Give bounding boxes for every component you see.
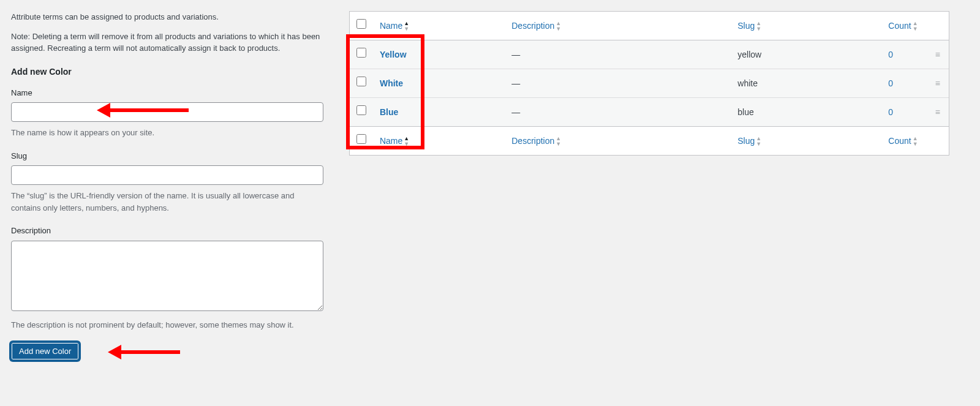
- row-checkbox[interactable]: [356, 77, 366, 86]
- description-textarea[interactable]: [11, 241, 323, 311]
- drag-handle-icon[interactable]: ≡: [935, 78, 940, 88]
- col-header-description-bottom[interactable]: Description▲▼: [511, 136, 561, 146]
- col-header-slug-bottom[interactable]: Slug▲▼: [737, 136, 761, 146]
- description-field-wrap: Description The description is not promi…: [11, 225, 323, 331]
- table-row: White — white 0 ≡: [350, 69, 949, 97]
- sort-icon: ▲▼: [756, 21, 761, 32]
- term-slug: yellow: [731, 40, 882, 69]
- table-row: Yellow — yellow 0 ≡: [350, 40, 949, 69]
- term-name-link[interactable]: Yellow: [380, 50, 407, 59]
- terms-table-panel: Name▲▼ Description▲▼ Slug▲▼ Count▲▼ Yell…: [349, 11, 980, 156]
- sort-icon: ▲▼: [756, 136, 761, 147]
- drag-handle-icon[interactable]: ≡: [935, 107, 940, 117]
- col-header-name-top[interactable]: Name▲▼: [380, 21, 409, 31]
- sort-icon: ▲▼: [404, 136, 409, 147]
- term-count-link[interactable]: 0: [888, 50, 893, 59]
- name-field-wrap: Name The name is how it appears on your …: [11, 87, 323, 139]
- select-all-top-checkbox[interactable]: [356, 19, 366, 29]
- sort-icon: ▲▼: [913, 21, 918, 32]
- term-slug: white: [731, 69, 882, 97]
- sort-icon: ▲▼: [913, 136, 918, 147]
- term-name-link[interactable]: White: [380, 78, 403, 88]
- term-name-link[interactable]: Blue: [380, 107, 398, 117]
- slug-help: The “slug” is the URL-friendly version o…: [11, 190, 323, 214]
- row-checkbox[interactable]: [356, 105, 366, 115]
- name-label: Name: [11, 87, 323, 99]
- select-all-bottom-checkbox[interactable]: [356, 134, 366, 144]
- add-new-heading: Add new Color: [11, 66, 323, 78]
- add-new-color-button[interactable]: Add new Color: [11, 342, 79, 360]
- intro-text-2: Note: Deleting a term will remove it fro…: [11, 31, 323, 55]
- term-slug: blue: [731, 97, 882, 126]
- col-header-count-bottom[interactable]: Count▲▼: [888, 136, 918, 146]
- row-checkbox[interactable]: [356, 48, 366, 58]
- term-description: —: [505, 97, 731, 126]
- term-count-link[interactable]: 0: [888, 78, 893, 88]
- col-header-description-top[interactable]: Description▲▼: [511, 21, 561, 31]
- sort-icon: ▲▼: [556, 21, 561, 32]
- term-count-link[interactable]: 0: [888, 107, 893, 117]
- slug-input[interactable]: [11, 165, 323, 185]
- drag-handle-icon[interactable]: ≡: [935, 50, 940, 59]
- col-header-name-bottom[interactable]: Name▲▼: [380, 136, 409, 146]
- slug-field-wrap: Slug The “slug” is the URL-friendly vers…: [11, 150, 323, 214]
- term-description: —: [505, 69, 731, 97]
- sort-icon: ▲▼: [404, 21, 409, 32]
- col-header-count-top[interactable]: Count▲▼: [888, 21, 918, 31]
- name-input[interactable]: [11, 102, 323, 122]
- terms-table: Name▲▼ Description▲▼ Slug▲▼ Count▲▼ Yell…: [349, 11, 949, 156]
- table-row: Blue — blue 0 ≡: [350, 97, 949, 126]
- intro-text-1: Attribute terms can be assigned to produ…: [11, 11, 323, 23]
- name-help: The name is how it appears on your site.: [11, 127, 323, 139]
- term-description: —: [505, 40, 731, 69]
- col-header-slug-top[interactable]: Slug▲▼: [737, 21, 761, 31]
- add-term-form-panel: Attribute terms can be assigned to produ…: [11, 11, 323, 360]
- sort-icon: ▲▼: [556, 136, 561, 147]
- description-label: Description: [11, 225, 323, 237]
- description-help: The description is not prominent by defa…: [11, 319, 323, 331]
- slug-label: Slug: [11, 150, 323, 162]
